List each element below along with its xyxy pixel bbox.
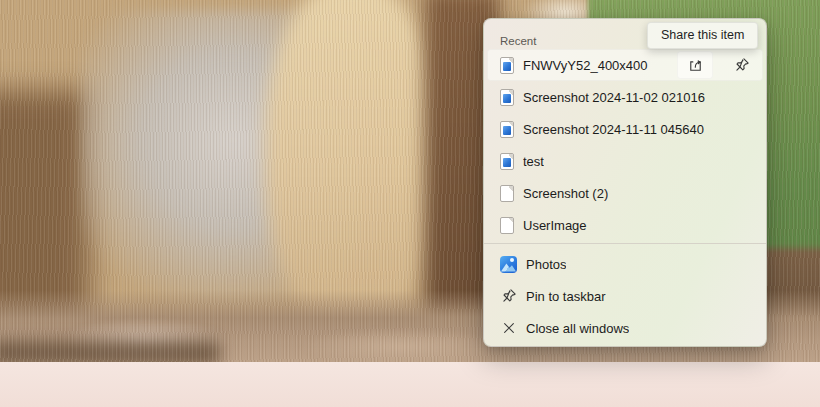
blank-file-icon <box>500 217 514 234</box>
pin-icon <box>734 57 750 73</box>
share-icon <box>687 57 704 74</box>
task-item-label: Photos <box>526 257 566 272</box>
taskbar: Search <box>0 362 820 407</box>
share-button[interactable] <box>677 51 713 79</box>
divider <box>484 243 766 244</box>
recent-item[interactable]: Screenshot (2) <box>487 177 763 209</box>
image-file-icon <box>500 153 514 170</box>
image-file-icon <box>500 89 514 106</box>
blank-file-icon <box>500 185 514 202</box>
pin-item-button[interactable] <box>727 51 757 79</box>
recent-item-label: Screenshot 2024-11-11 045640 <box>523 122 704 137</box>
recent-item[interactable]: test <box>487 145 763 177</box>
recent-item-label: FNWVyY52_400x400 <box>523 58 648 73</box>
pin-icon <box>500 288 517 305</box>
recent-item[interactable]: Screenshot 2024-11-11 045640 <box>487 113 763 145</box>
task-item-label: Close all windows <box>526 321 629 336</box>
recent-item[interactable]: FNWVyY52_400x400 <box>487 49 763 81</box>
photos-app-icon <box>500 256 517 273</box>
recent-item[interactable]: Screenshot 2024-11-02 021016 <box>487 81 763 113</box>
jump-list-tasks: Photos Pin to taskbar Close all windows <box>484 246 766 344</box>
recent-item-label: Screenshot (2) <box>523 186 608 201</box>
task-item-close-all-windows[interactable]: Close all windows <box>487 312 763 344</box>
recent-item-label: Screenshot 2024-11-02 021016 <box>523 90 705 105</box>
task-item-pin-to-taskbar[interactable]: Pin to taskbar <box>487 280 763 312</box>
recent-item[interactable]: UserImage <box>487 209 763 241</box>
image-file-icon <box>500 121 514 138</box>
close-icon <box>500 320 517 337</box>
recent-item-label: test <box>523 154 544 169</box>
recent-item-label: UserImage <box>523 218 587 233</box>
task-item-photos[interactable]: Photos <box>487 248 763 280</box>
desktop: Recent FNWVyY52_400x400 <box>0 0 820 407</box>
jump-list: Recent FNWVyY52_400x400 <box>483 18 767 347</box>
image-file-icon <box>500 57 514 74</box>
task-item-label: Pin to taskbar <box>526 289 606 304</box>
recent-items: FNWVyY52_400x400 Screenshot 2024-11-0 <box>484 49 766 241</box>
tooltip: Share this item <box>647 22 758 49</box>
